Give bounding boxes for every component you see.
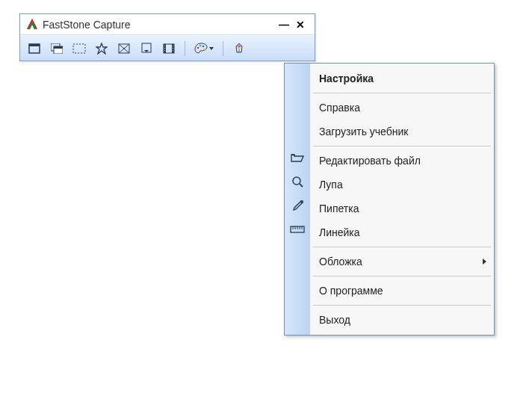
menu-icon-empty [285, 64, 310, 87]
eyedropper-icon [285, 194, 310, 217]
menu-separator [313, 93, 491, 93]
menu-item-label: Загрузить учебник [319, 126, 408, 137]
app-icon [26, 19, 38, 31]
menu-item-label: Выход [319, 314, 350, 326]
settings-dropdown-icon[interactable] [231, 40, 247, 57]
menu-item-label: Пипетка [319, 203, 359, 214]
menu-item-ruler[interactable]: Линейка [310, 220, 494, 244]
svg-point-17 [197, 46, 200, 49]
folder-open-icon [285, 146, 310, 170]
menu-item-load-tutorial[interactable]: Загрузить учебник [310, 120, 494, 143]
menu-item-help[interactable]: Справка [310, 96, 494, 120]
palette-icon[interactable] [193, 40, 215, 57]
capture-region-icon[interactable] [71, 40, 87, 57]
svg-point-21 [238, 47, 241, 49]
window-title: FastStone Capture [43, 19, 276, 31]
svg-point-24 [300, 200, 303, 203]
svg-rect-12 [164, 48, 165, 49]
menu-item-skin[interactable]: Обложка [310, 250, 494, 273]
capture-freehand-icon[interactable] [93, 40, 110, 57]
svg-rect-4 [54, 46, 63, 49]
minimize-button[interactable]: — [276, 19, 292, 31]
capture-window-icon[interactable] [26, 40, 43, 57]
menu-icon-empty [285, 305, 310, 329]
menu-item-label: Справка [319, 102, 360, 114]
svg-rect-14 [173, 46, 173, 46]
toolbar-separator [185, 41, 185, 56]
menu-icon-empty [285, 117, 310, 140]
menu-item-edit-file[interactable]: Редактировать файл [310, 149, 494, 173]
magnifier-icon [285, 170, 310, 194]
menu-item-label: Линейка [319, 226, 360, 238]
svg-rect-15 [173, 48, 173, 49]
svg-rect-16 [173, 50, 173, 51]
menu-separator [313, 305, 491, 306]
menu-item-about[interactable]: О программе [310, 279, 494, 303]
main-window: FastStone Capture — ✕ [19, 13, 315, 61]
menu-item-label: Редактировать файл [319, 155, 421, 167]
ruler-icon [285, 217, 310, 241]
svg-rect-11 [164, 46, 165, 46]
svg-rect-5 [73, 44, 85, 53]
menu-item-eyedropper[interactable]: Пипетка [310, 197, 494, 220]
menu-icon-column [285, 64, 310, 335]
menu-items-column: Настройка Справка Загрузить учебник Реда… [310, 64, 494, 335]
capture-video-icon[interactable] [161, 40, 177, 57]
svg-rect-1 [29, 44, 40, 46]
svg-line-23 [300, 184, 303, 187]
menu-separator [313, 247, 491, 247]
capture-scroll-icon[interactable] [138, 40, 155, 57]
chevron-down-icon [209, 47, 214, 50]
menu-separator [313, 146, 491, 146]
svg-point-22 [293, 177, 300, 185]
toolbar [20, 35, 315, 61]
menu-item-settings[interactable]: Настройка [310, 67, 494, 90]
menu-icon-empty [285, 93, 310, 117]
capture-foreground-icon[interactable] [49, 40, 65, 57]
menu-item-label: Настройка [319, 72, 374, 84]
menu-item-magnifier[interactable]: Лупа [310, 173, 494, 197]
menu-item-label: Лупа [319, 179, 343, 191]
svg-point-18 [200, 44, 202, 46]
chevron-right-icon [483, 259, 486, 265]
menu-icon-empty [285, 247, 310, 271]
close-button[interactable]: ✕ [292, 19, 309, 31]
toolbar-separator-2 [223, 41, 223, 56]
svg-point-20 [203, 48, 205, 50]
menu-item-label: Обложка [319, 256, 362, 268]
menu-item-exit[interactable]: Выход [310, 308, 494, 332]
menu-separator [313, 276, 491, 276]
menu-item-label: О программе [319, 285, 383, 297]
settings-menu: Настройка Справка Загрузить учебник Реда… [284, 63, 495, 336]
menu-icon-empty [285, 276, 310, 300]
titlebar: FastStone Capture — ✕ [20, 14, 315, 35]
capture-fullscreen-icon[interactable] [116, 40, 132, 57]
svg-point-19 [202, 45, 205, 47]
svg-rect-13 [164, 50, 165, 51]
